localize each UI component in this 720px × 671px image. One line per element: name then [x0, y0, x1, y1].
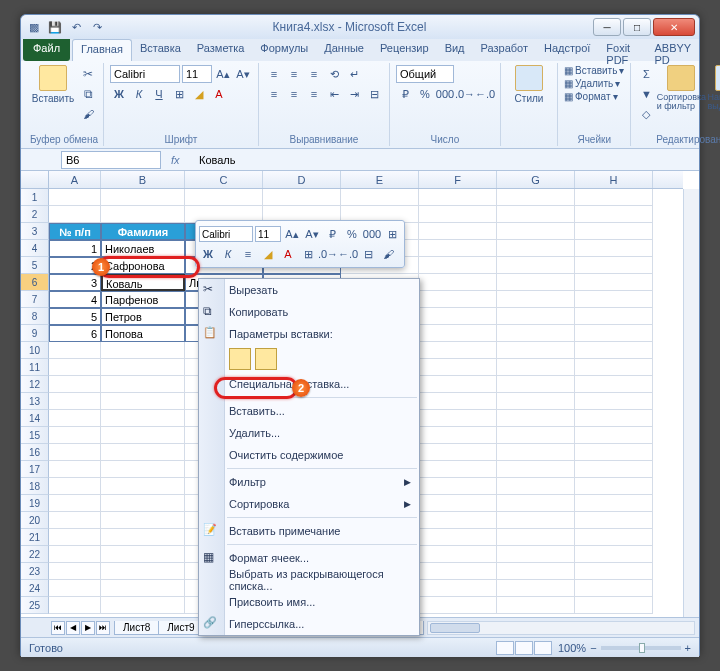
mini-painter-icon[interactable]: 🖌 — [379, 245, 397, 263]
mini-incdec-icon[interactable]: .0→ — [319, 245, 337, 263]
paste-option-icon[interactable] — [229, 348, 251, 370]
cell[interactable] — [101, 427, 185, 444]
cell[interactable] — [497, 546, 575, 563]
cell[interactable] — [575, 376, 653, 393]
cell[interactable] — [497, 580, 575, 597]
name-box[interactable]: B6 — [61, 151, 161, 169]
cell[interactable] — [419, 274, 497, 291]
cell[interactable] — [101, 206, 185, 223]
tab-layout[interactable]: Разметка — [189, 39, 253, 61]
save-icon[interactable]: 💾 — [46, 18, 64, 36]
zoom-in-icon[interactable]: + — [685, 642, 691, 654]
tab-data[interactable]: Данные — [316, 39, 372, 61]
cell[interactable] — [497, 325, 575, 342]
horizontal-scrollbar[interactable] — [427, 621, 695, 635]
cell[interactable] — [101, 495, 185, 512]
dec-decimal-icon[interactable]: ←.0 — [476, 85, 494, 103]
tab-foxit[interactable]: Foxit PDF — [598, 39, 646, 61]
row-header[interactable]: 19 — [21, 495, 49, 512]
comma-icon[interactable]: 000 — [436, 85, 454, 103]
cell[interactable] — [497, 240, 575, 257]
cell[interactable]: 1 — [49, 240, 101, 257]
menu-cut[interactable]: Вырезать — [199, 279, 419, 301]
mini-shrink-font-icon[interactable]: A▾ — [303, 225, 321, 243]
align-center-icon[interactable]: ≡ — [285, 85, 303, 103]
cell[interactable] — [341, 189, 419, 206]
cell[interactable] — [419, 206, 497, 223]
cell[interactable] — [419, 597, 497, 614]
col-header[interactable]: D — [263, 171, 341, 188]
cell[interactable] — [101, 478, 185, 495]
cell[interactable] — [49, 342, 101, 359]
row-header[interactable]: 25 — [21, 597, 49, 614]
view-layout-icon[interactable] — [515, 641, 533, 655]
cell[interactable] — [497, 257, 575, 274]
select-all-corner[interactable] — [21, 171, 49, 188]
cell[interactable] — [497, 529, 575, 546]
redo-icon[interactable]: ↷ — [88, 18, 106, 36]
cells-format-button[interactable]: ▦ Формат ▾ — [564, 91, 624, 102]
cell[interactable] — [575, 206, 653, 223]
align-middle-icon[interactable]: ≡ — [285, 65, 303, 83]
tab-insert[interactable]: Вставка — [132, 39, 189, 61]
cell[interactable] — [497, 223, 575, 240]
cell[interactable] — [49, 563, 101, 580]
cell[interactable] — [419, 376, 497, 393]
file-tab[interactable]: Файл — [23, 39, 70, 61]
cells-insert-button[interactable]: ▦ Вставить ▾ — [564, 65, 624, 76]
cell[interactable] — [575, 393, 653, 410]
mini-border-icon[interactable]: ⊞ — [383, 225, 401, 243]
cell[interactable]: Попова — [101, 325, 185, 342]
cell[interactable] — [575, 546, 653, 563]
cell[interactable] — [575, 359, 653, 376]
cell[interactable] — [49, 495, 101, 512]
cell[interactable] — [497, 206, 575, 223]
border-icon[interactable]: ⊞ — [170, 85, 188, 103]
view-normal-icon[interactable] — [496, 641, 514, 655]
menu-delete[interactable]: Удалить... — [199, 422, 419, 444]
cell[interactable]: 4 — [49, 291, 101, 308]
cell[interactable] — [575, 563, 653, 580]
percent-icon[interactable]: % — [416, 85, 434, 103]
cell[interactable] — [575, 495, 653, 512]
zoom-label[interactable]: 100% — [558, 642, 586, 654]
cell[interactable] — [419, 461, 497, 478]
cell[interactable] — [419, 257, 497, 274]
indent-inc-icon[interactable]: ⇥ — [345, 85, 363, 103]
cell[interactable]: Сафронова — [101, 257, 185, 274]
format-painter-icon[interactable]: 🖌 — [79, 105, 97, 123]
tab-nav-prev[interactable]: ◀ — [66, 621, 80, 635]
col-header[interactable]: E — [341, 171, 419, 188]
cell[interactable] — [497, 410, 575, 427]
cell[interactable]: № п/п — [49, 223, 101, 240]
cell[interactable] — [575, 461, 653, 478]
cell[interactable] — [49, 410, 101, 427]
cell[interactable] — [575, 291, 653, 308]
tab-nav-first[interactable]: ⏮ — [51, 621, 65, 635]
cell[interactable] — [49, 359, 101, 376]
cell[interactable]: 3 — [49, 274, 101, 291]
cell[interactable] — [497, 478, 575, 495]
cell[interactable] — [49, 529, 101, 546]
sheet-tab[interactable]: Лист9 — [158, 621, 203, 635]
cell[interactable] — [101, 410, 185, 427]
zoom-out-icon[interactable]: − — [590, 642, 596, 654]
cell[interactable] — [497, 512, 575, 529]
paste-button[interactable]: Вставить — [31, 65, 75, 104]
row-header[interactable]: 3 — [21, 223, 49, 240]
mini-fontcolor-icon[interactable]: A — [279, 245, 297, 263]
cell[interactable] — [49, 444, 101, 461]
cell[interactable]: Фамилия — [101, 223, 185, 240]
cell[interactable]: Парфенов — [101, 291, 185, 308]
cell[interactable]: 6 — [49, 325, 101, 342]
align-left-icon[interactable]: ≡ — [265, 85, 283, 103]
cell[interactable] — [419, 427, 497, 444]
row-header[interactable]: 15 — [21, 427, 49, 444]
cell[interactable] — [49, 376, 101, 393]
shrink-font-icon[interactable]: A▾ — [234, 65, 252, 83]
cell[interactable] — [575, 427, 653, 444]
cell[interactable] — [101, 444, 185, 461]
cell[interactable] — [49, 512, 101, 529]
cell[interactable] — [49, 206, 101, 223]
cell[interactable] — [419, 308, 497, 325]
